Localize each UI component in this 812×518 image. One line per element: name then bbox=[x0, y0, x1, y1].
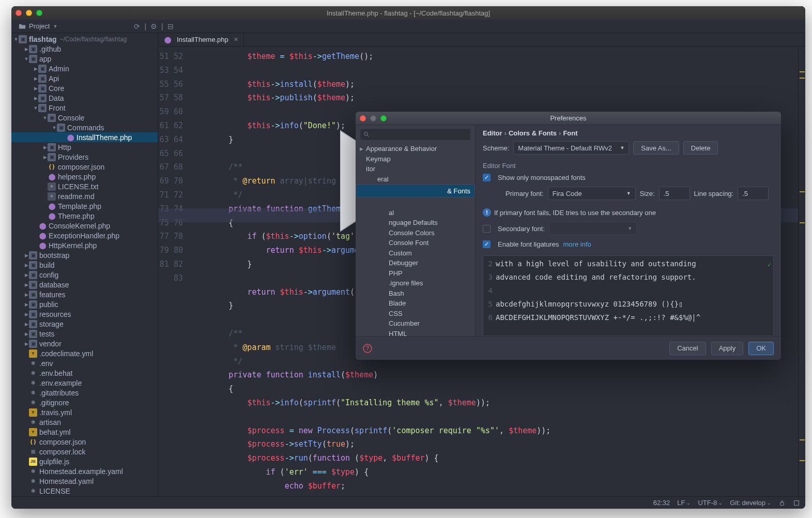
tree-item[interactable]: Ybehat.yml bbox=[11, 427, 158, 437]
editor-tab[interactable]: ⬤ InstallTheme.php ✕ bbox=[158, 33, 244, 46]
tree-item[interactable]: ⬤InstallTheme.php bbox=[11, 132, 158, 142]
show-mono-checkbox[interactable]: ✓ bbox=[483, 174, 491, 181]
tree-item[interactable]: ✻Homestead.yaml bbox=[11, 476, 158, 486]
font-size-input[interactable]: .5 bbox=[659, 187, 690, 200]
project-toolwindow-button[interactable]: Project ▼ bbox=[14, 21, 62, 31]
tree-item[interactable]: ▶▣Http bbox=[11, 142, 158, 152]
prefs-tree-item[interactable]: Cucumber bbox=[356, 318, 475, 329]
tree-item[interactable]: JSgulpfile.js bbox=[11, 456, 158, 466]
folder-icon: ▣ bbox=[29, 340, 37, 348]
tree-item[interactable]: ▶▣config bbox=[11, 270, 158, 280]
preferences-search[interactable] bbox=[360, 128, 471, 141]
tree-item[interactable]: ⬤Theme.php bbox=[11, 211, 158, 221]
tree-item[interactable]: ▼▣Console bbox=[11, 113, 158, 123]
cancel-button[interactable]: Cancel bbox=[669, 342, 706, 355]
prefs-tree-item[interactable]: Custom bbox=[356, 248, 475, 258]
prefs-tree-item[interactable]: Debugger bbox=[356, 258, 475, 268]
tree-item[interactable]: ≡readme.md bbox=[11, 191, 158, 201]
tree-item[interactable]: ⬤HttpKernel.php bbox=[11, 240, 158, 250]
tree-item[interactable]: ▶▣storage bbox=[11, 319, 158, 329]
tree-item[interactable]: ✻.env bbox=[11, 358, 158, 368]
tree-item[interactable]: ▶▣database bbox=[11, 280, 158, 290]
tree-item[interactable]: ✻artisan bbox=[11, 417, 158, 427]
line-gutter[interactable]: 51 52 53 54 55 56 57 58 59 60 61 62 63 6… bbox=[158, 47, 191, 496]
tree-item[interactable]: ▶▣features bbox=[11, 290, 158, 299]
help-button[interactable]: ? bbox=[363, 344, 372, 353]
tree-root[interactable]: ▼▣ flashtag ~/Code/flashtag/flashtag bbox=[11, 34, 158, 44]
delete-button[interactable]: Delete bbox=[683, 141, 718, 155]
tree-item[interactable]: ⊠composer.lock bbox=[11, 447, 158, 456]
hide-icon[interactable]: ⊟ bbox=[167, 22, 174, 31]
git-branch[interactable]: Git: develop⌄ bbox=[730, 499, 771, 507]
gear-icon[interactable]: ⚙ bbox=[150, 22, 157, 31]
prefs-tree-item[interactable]: ▶Appearance & Behavior bbox=[356, 144, 475, 154]
tree-item[interactable]: ⬤Template.php bbox=[11, 201, 158, 211]
file-encoding[interactable]: UTF-8⌄ bbox=[698, 499, 723, 507]
prefs-tree-item[interactable]: itor bbox=[356, 164, 475, 174]
tree-item[interactable]: ✻.env.behat bbox=[11, 368, 158, 378]
tree-item[interactable]: ⬤ExceptionHandler.php bbox=[11, 231, 158, 240]
scheme-select[interactable]: Material Theme - Default RWv2▼ bbox=[513, 141, 629, 155]
tree-item[interactable]: ▶▣bootstrap bbox=[11, 250, 158, 260]
prefs-tree-item[interactable]: Console Font bbox=[356, 238, 475, 248]
prefs-tree-item[interactable]: PHP bbox=[356, 268, 475, 279]
tree-item[interactable]: ▶▣public bbox=[11, 299, 158, 309]
tree-item[interactable]: ▶▣Admin bbox=[11, 64, 158, 73]
tree-item[interactable]: ≡LICENSE.txt bbox=[11, 181, 158, 191]
tree-item[interactable]: ✻.gitignore bbox=[11, 398, 158, 407]
tree-item[interactable]: { }composer.json bbox=[11, 162, 158, 172]
tree-item[interactable]: ▶▣Providers bbox=[11, 152, 158, 162]
tree-item[interactable]: ✻.gitattributes bbox=[11, 388, 158, 398]
preferences-titlebar[interactable]: Preferences bbox=[356, 112, 781, 125]
tree-item[interactable]: ✻.env.example bbox=[11, 378, 158, 388]
tree-item[interactable]: ✻Homestead.example.yaml bbox=[11, 466, 158, 476]
tree-item[interactable]: ▶▣vendor bbox=[11, 339, 158, 348]
collapse-icon[interactable]: ⟳ bbox=[134, 22, 140, 31]
tree-item[interactable]: Y.travis.yml bbox=[11, 407, 158, 417]
prefs-tree-item[interactable]: al bbox=[356, 208, 475, 218]
ok-button[interactable]: OK bbox=[748, 342, 774, 355]
tree-item[interactable]: ▼▣app bbox=[11, 54, 158, 64]
close-tab-icon[interactable]: ✕ bbox=[234, 36, 238, 43]
line-separator[interactable]: LF⌄ bbox=[677, 499, 691, 507]
secondary-font-checkbox[interactable] bbox=[483, 225, 491, 233]
lock-icon[interactable] bbox=[778, 499, 786, 507]
tree-item[interactable]: ⬤ConsoleKernel.php bbox=[11, 221, 158, 231]
prefs-tree-item[interactable]: Keymap bbox=[356, 154, 475, 164]
prefs-tree-item[interactable]: Console Colors bbox=[356, 228, 475, 238]
tree-item[interactable]: ▶▣tests bbox=[11, 329, 158, 339]
prefs-tree-item[interactable]: HTML bbox=[356, 329, 475, 337]
caret-position[interactable]: 62:32 bbox=[653, 499, 670, 507]
prefs-tree-item[interactable] bbox=[356, 197, 475, 208]
tree-item[interactable]: ▼▣Commands bbox=[11, 123, 158, 132]
tree-item[interactable]: ▶▣.github bbox=[11, 44, 158, 54]
prefs-tree-item[interactable]: nguage Defaults bbox=[356, 218, 475, 228]
prefs-tree-item[interactable]: Bash bbox=[356, 288, 475, 299]
tree-item[interactable]: ▶▣build bbox=[11, 260, 158, 270]
tree-item[interactable]: Y.codeclimate.yml bbox=[11, 348, 158, 358]
tree-item[interactable]: { }composer.json bbox=[11, 437, 158, 447]
prefs-tree-item[interactable]: CSS bbox=[356, 309, 475, 319]
tree-item[interactable]: ▶▣Core bbox=[11, 83, 158, 93]
tree-item[interactable]: ⬤helpers.php bbox=[11, 172, 158, 181]
tree-item[interactable]: ✻LICENSE bbox=[11, 486, 158, 496]
line-spacing-input[interactable]: .5 bbox=[738, 187, 769, 200]
ligatures-checkbox[interactable]: ✓ bbox=[483, 240, 491, 248]
tree-item[interactable]: ▶▣Data bbox=[11, 93, 158, 103]
prefs-tree-item[interactable]: eral bbox=[356, 174, 475, 185]
font-preview[interactable]: 2 3 4 5 6 with a high level of usability… bbox=[483, 255, 774, 336]
more-info-link[interactable]: more info bbox=[563, 240, 591, 248]
hector-icon[interactable] bbox=[793, 499, 800, 507]
prefs-tree-item[interactable]: .ignore files bbox=[356, 278, 475, 288]
primary-font-select[interactable]: Fira Code▼ bbox=[548, 187, 636, 200]
prefs-tree-item[interactable]: Blade bbox=[356, 298, 475, 309]
project-tree[interactable]: ▼▣ flashtag ~/Code/flashtag/flashtag ▶▣.… bbox=[11, 33, 158, 496]
error-stripe[interactable] bbox=[798, 47, 805, 496]
prefs-tree-item[interactable]: & Fonts bbox=[356, 184, 475, 197]
window-titlebar[interactable]: InstallTheme.php - flashtag - [~/Code/fl… bbox=[11, 6, 805, 20]
save-as-button[interactable]: Save As... bbox=[633, 141, 679, 155]
tree-item[interactable]: ▶▣Api bbox=[11, 73, 158, 83]
tree-item[interactable]: ▼▣Front bbox=[11, 103, 158, 113]
tree-item[interactable]: ▶▣resources bbox=[11, 309, 158, 319]
apply-button[interactable]: Apply bbox=[711, 342, 744, 355]
